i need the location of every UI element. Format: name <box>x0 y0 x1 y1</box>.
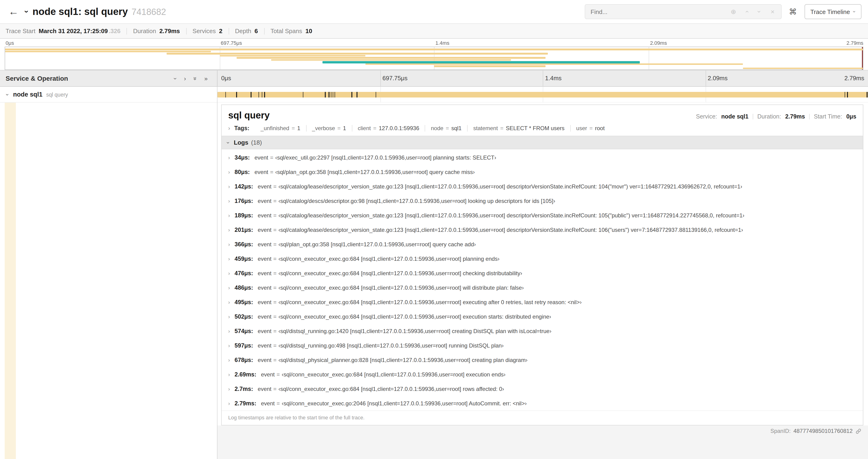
chevron-down-icon: › <box>225 141 231 143</box>
log-rows: ›34μs:event=‹sql/exec_util.go:2297 [nsql… <box>222 149 863 411</box>
log-row[interactable]: ›80μs:event=‹sql/plan_opt.go:358 [nsql1,… <box>222 165 863 179</box>
chevron-right-icon: › <box>228 227 230 233</box>
divider <box>753 114 753 120</box>
log-row[interactable]: ›2.7ms:event=‹sql/conn_executor_exec.go:… <box>222 382 863 396</box>
chevron-right-icon: › <box>228 357 230 363</box>
expand-collapse-controls: › › » » <box>175 75 211 82</box>
link-icon[interactable] <box>856 428 862 434</box>
ruler-tick: 2.09ms <box>708 75 727 81</box>
chevron-down-icon[interactable]: › <box>4 94 11 95</box>
chevron-down-icon: › <box>852 11 857 12</box>
logs-section-header[interactable]: › Logs (18) <box>222 136 863 149</box>
logs-title: Logs <box>234 139 248 146</box>
find-input[interactable] <box>585 8 725 15</box>
ruler-gridline <box>380 70 380 86</box>
chevron-right-icon: › <box>228 328 230 334</box>
trace-timeline-page: ← › node sql1: sql query7418682 ⊕ › › × … <box>0 0 868 459</box>
log-row[interactable]: ›142μs:event=‹sql/catalog/lease/descript… <box>222 179 863 194</box>
minimap-tick: 1.4ms <box>435 40 450 46</box>
close-icon[interactable]: × <box>766 8 779 15</box>
find-bar: ⊕ › › × <box>585 4 781 19</box>
timeline-minimap: 0μs 697.75μs 1.4ms 2.09ms 2.79ms <box>0 39 868 70</box>
chevron-right-icon: › <box>228 270 230 276</box>
minimap-end-handle[interactable] <box>862 47 863 69</box>
span-color-strip <box>5 103 16 459</box>
logs-count: (18) <box>251 139 262 146</box>
span-id: SpanID: 4877749850101760812 <box>771 428 862 434</box>
tag-item: _verbose=1 <box>306 125 352 132</box>
service-operation-header: Service & Operation › › » » <box>0 70 217 86</box>
tag-item: user=root <box>570 125 610 132</box>
minimap-gridline <box>220 47 220 69</box>
page-title: node sql1: sql query7418682 <box>32 6 166 17</box>
log-row[interactable]: ›502μs:event=‹sql/conn_executor_exec.go:… <box>222 309 863 324</box>
log-row[interactable]: ›189μs:event=‹sql/catalog/lease/descript… <box>222 208 863 223</box>
log-row[interactable]: ›201μs:event=‹sql/catalog/lease/descript… <box>222 223 863 237</box>
tag-item: node=sql1 <box>425 125 467 132</box>
collapse-one-icon[interactable]: › <box>172 77 179 79</box>
log-row[interactable]: ›2.69ms:event=‹sql/conn_executor_exec.go… <box>222 367 863 382</box>
span-bar[interactable] <box>217 92 868 97</box>
trace-view-selector[interactable]: Trace Timeline › <box>804 4 862 19</box>
timeline-column: sql query Service:node sql1 Duration:2.7… <box>217 87 868 459</box>
chevron-right-icon: › <box>228 342 230 348</box>
log-row[interactable]: ›476μs:event=‹sql/conn_executor_exec.go:… <box>222 266 863 280</box>
expand-all-icon[interactable]: » <box>205 75 208 82</box>
top-bar-actions: ⊕ › › × ⌘ Trace Timeline › <box>585 4 862 19</box>
log-row[interactable]: ›495μs:event=‹sql/conn_executor_exec.go:… <box>222 295 863 309</box>
tags-label[interactable]: Tags: <box>234 125 249 132</box>
log-row[interactable]: ›459μs:event=‹sql/conn_executor_exec.go:… <box>222 252 863 266</box>
ruler-tick: 2.79ms <box>844 75 864 81</box>
trace-start: Trace Start March 31 2022, 17:25:09 .326 <box>6 28 127 35</box>
command-icon: ⌘ <box>789 7 797 16</box>
trace-duration: Duration 2.79ms <box>127 28 186 35</box>
log-row[interactable]: ›366μs:event=‹sql/plan_opt.go:358 [nsql1… <box>222 237 863 252</box>
keyboard-shortcuts-button[interactable]: ⌘ <box>787 7 799 17</box>
chevron-right-icon: › <box>228 299 230 305</box>
span-names-fill <box>0 103 217 459</box>
trace-id: 7418682 <box>132 7 166 17</box>
span-names-column: › node sql1 sql query <box>0 87 217 459</box>
tag-item: statement=SELECT * FROM users <box>467 125 570 132</box>
back-arrow-icon: ← <box>8 6 19 17</box>
chevron-right-icon: › <box>228 169 230 175</box>
chevron-up-icon[interactable]: › <box>740 8 753 15</box>
log-row[interactable]: ›34μs:event=‹sql/exec_util.go:2297 [nsql… <box>222 150 863 165</box>
collapse-all-icon[interactable]: » <box>192 77 198 80</box>
chevron-right-icon: › <box>228 155 230 160</box>
log-row[interactable]: ›678μs:event=‹sql/distsql_physical_plann… <box>222 353 863 367</box>
trace-body: › node sql1 sql query sql query Serv <box>0 87 868 459</box>
chevron-right-icon: › <box>228 184 230 189</box>
span-name-row[interactable]: › node sql1 sql query <box>0 87 217 103</box>
locate-icon[interactable]: ⊕ <box>727 8 740 15</box>
span-detail-stats: Service:node sql1 Duration:2.79ms Start … <box>696 113 856 120</box>
chevron-down-icon[interactable]: › <box>753 8 766 15</box>
expand-one-icon[interactable]: › <box>184 75 186 82</box>
log-row[interactable]: ›176μs:event=‹sql/catalog/descs/descript… <box>222 194 863 208</box>
trace-view-label: Trace Timeline <box>810 8 850 15</box>
trace-depth: Depth 6 <box>229 28 264 35</box>
tags-row: › Tags: _unfinished=1 _verbose=1 client=… <box>222 124 863 136</box>
detail-footer-area: SpanID: 4877749850101760812 <box>217 425 868 459</box>
trace-summary-bar: Trace Start March 31 2022, 17:25:09 .326… <box>0 23 868 39</box>
tag-item: _unfinished=1 <box>255 125 306 132</box>
span-bar-row[interactable] <box>217 87 868 103</box>
log-row[interactable]: ›597μs:event=‹sql/distsql_running.go:498… <box>222 338 863 353</box>
collapse-trace-chevron-icon[interactable]: › <box>22 10 31 13</box>
back-button[interactable]: ← <box>6 6 21 17</box>
logs-footnote: Log timestamps are relative to the start… <box>222 411 863 425</box>
trace-services: Services 2 <box>186 28 228 35</box>
minimap-tick-labels: 0μs 697.75μs 1.4ms 2.09ms 2.79ms <box>5 39 863 47</box>
ruler-tick: 0μs <box>221 75 231 81</box>
log-row[interactable]: ›486μs:event=‹sql/conn_executor_exec.go:… <box>222 280 863 295</box>
find-result-controls: ⊕ › › × <box>725 8 781 15</box>
tag-item: client=127.0.0.1:59936 <box>352 125 425 132</box>
chevron-right-icon: › <box>228 198 230 204</box>
log-row[interactable]: ›574μs:event=‹sql/distsql_running.go:142… <box>222 324 863 338</box>
ruler-gridline <box>705 70 706 86</box>
span-detail-card: sql query Service:node sql1 Duration:2.7… <box>221 104 863 425</box>
chevron-right-icon[interactable]: › <box>228 125 230 132</box>
minimap-canvas[interactable] <box>5 47 863 70</box>
timeline-ruler: 0μs 697.75μs 1.4ms 2.09ms 2.79ms <box>217 70 868 86</box>
log-row[interactable]: ›2.79ms:event=‹sql/conn_executor_exec.go… <box>222 396 863 411</box>
